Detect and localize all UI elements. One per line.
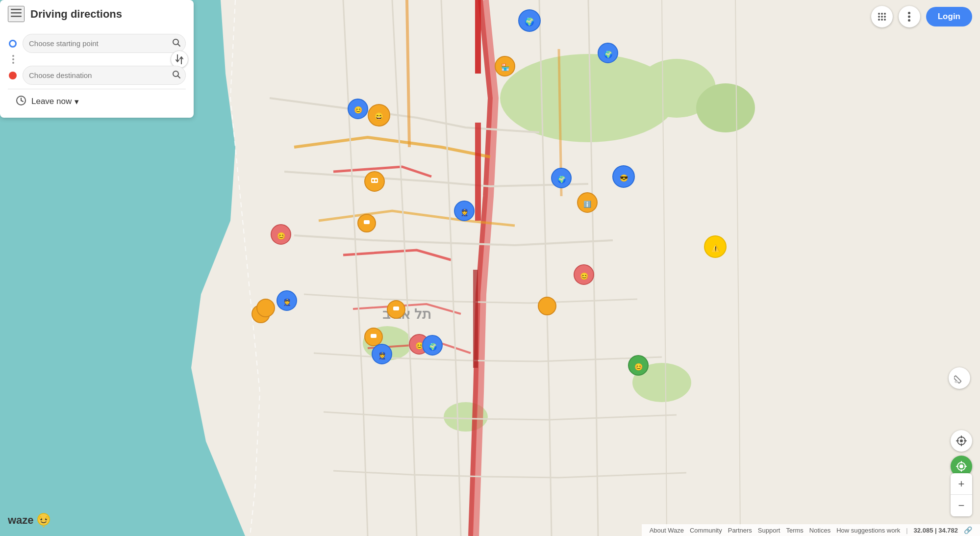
login-button[interactable]: Login xyxy=(926,7,972,26)
svg-text:🌍: 🌍 xyxy=(604,51,613,59)
svg-rect-27 xyxy=(393,306,399,310)
svg-point-69 xyxy=(884,13,886,15)
svg-point-4 xyxy=(696,83,755,132)
svg-point-75 xyxy=(884,19,886,21)
waze-logo-text: waze xyxy=(8,514,34,527)
destination-input[interactable] xyxy=(23,66,186,85)
svg-rect-57 xyxy=(11,9,22,10)
svg-point-87 xyxy=(959,464,963,468)
svg-rect-5 xyxy=(539,64,637,123)
svg-point-44 xyxy=(538,297,556,315)
footer-terms[interactable]: Terms xyxy=(786,527,803,534)
svg-rect-29 xyxy=(371,334,377,338)
footer-separator: | xyxy=(906,527,907,534)
svg-point-97 xyxy=(46,516,48,519)
svg-point-73 xyxy=(878,19,880,21)
svg-text:🌍: 🌍 xyxy=(428,343,437,351)
footer-support[interactable]: Support xyxy=(758,527,780,534)
clock-icon xyxy=(16,95,26,108)
svg-point-82 xyxy=(960,439,963,442)
sidebar-header: Driving directions xyxy=(0,0,194,28)
svg-text:🏪: 🏪 xyxy=(501,63,510,72)
chevron-down-icon: ▾ xyxy=(75,97,79,107)
link-icon: 🔗 xyxy=(964,526,972,534)
svg-text:👮: 👮 xyxy=(378,352,387,360)
destination-row xyxy=(8,66,186,85)
search-start-button[interactable] xyxy=(172,38,181,49)
footer-community[interactable]: Community xyxy=(690,527,722,534)
page-title: Driving directions xyxy=(30,8,122,21)
zoom-out-button[interactable]: − xyxy=(951,495,972,516)
end-dot-icon xyxy=(8,71,18,80)
svg-rect-80 xyxy=(955,381,958,383)
starting-point-row xyxy=(8,34,186,53)
footer-partners[interactable]: Partners xyxy=(728,527,752,534)
svg-line-61 xyxy=(178,44,180,47)
svg-rect-25 xyxy=(364,220,370,224)
svg-text:😊: 😊 xyxy=(580,272,589,281)
svg-text:😄: 😄 xyxy=(374,112,384,121)
svg-line-63 xyxy=(178,76,180,78)
svg-text:👮: 👮 xyxy=(460,208,469,217)
more-options-button[interactable] xyxy=(899,6,920,27)
svg-point-76 xyxy=(908,12,910,14)
svg-point-68 xyxy=(881,13,883,15)
svg-text:😊: 😊 xyxy=(354,106,363,114)
svg-line-66 xyxy=(21,101,23,102)
footer-about-waze[interactable]: About Waze xyxy=(650,527,684,534)
leave-now-row: Leave now ▾ xyxy=(8,93,186,114)
svg-rect-58 xyxy=(11,12,22,14)
svg-rect-59 xyxy=(11,16,22,17)
svg-text:⚠️: ⚠️ xyxy=(711,244,720,253)
footer-notices[interactable]: Notices xyxy=(809,527,830,534)
zoom-in-button[interactable]: + xyxy=(951,473,972,495)
waze-logo: waze xyxy=(8,512,51,528)
svg-text:😎: 😎 xyxy=(620,174,628,182)
leave-now-label: Leave now xyxy=(31,97,72,106)
svg-point-70 xyxy=(878,16,880,18)
sidebar-panel: Driving directions xyxy=(0,0,194,118)
svg-rect-23 xyxy=(375,179,377,181)
svg-point-71 xyxy=(881,16,883,18)
svg-point-96 xyxy=(39,516,41,519)
pencil-eraser-button[interactable] xyxy=(949,367,970,389)
svg-point-78 xyxy=(908,19,910,22)
start-dot-icon xyxy=(8,39,18,49)
svg-point-77 xyxy=(908,16,910,18)
right-map-controls xyxy=(951,430,972,477)
svg-point-43 xyxy=(257,299,275,317)
route-connector xyxy=(12,55,14,64)
svg-point-74 xyxy=(881,19,883,21)
apps-grid-button[interactable] xyxy=(871,6,893,27)
svg-text:🌍: 🌍 xyxy=(525,17,534,26)
svg-text:😊: 😊 xyxy=(634,363,643,371)
footer-how-suggestions-work[interactable]: How suggestions work xyxy=(836,527,900,534)
search-destination-button[interactable] xyxy=(172,70,181,80)
svg-point-72 xyxy=(884,16,886,18)
directions-form: Leave now ▾ xyxy=(0,28,194,120)
menu-button[interactable] xyxy=(8,6,25,22)
svg-text:ℹ️: ℹ️ xyxy=(583,200,592,208)
leave-now-button[interactable]: Leave now ▾ xyxy=(31,97,79,107)
svg-text:😊: 😊 xyxy=(277,232,286,240)
recenter-button[interactable] xyxy=(951,430,972,452)
top-right-controls: Login xyxy=(871,6,972,27)
map-coordinates: 32.085 | 34.782 xyxy=(914,527,958,534)
starting-point-input[interactable] xyxy=(23,34,186,53)
svg-text:🌍: 🌍 xyxy=(557,176,566,184)
footer: About Waze Community Partners Support Te… xyxy=(642,524,980,536)
svg-rect-22 xyxy=(372,179,374,181)
waze-icon xyxy=(36,512,51,528)
svg-text:👮: 👮 xyxy=(283,298,292,306)
zoom-controls: + − xyxy=(951,473,972,516)
svg-point-67 xyxy=(878,13,880,15)
